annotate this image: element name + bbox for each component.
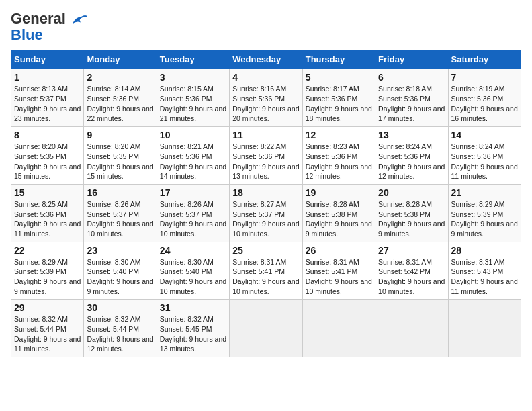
day-number: 25 <box>232 245 299 256</box>
day-info: Sunrise: 8:13 AMSunset: 5:37 PMDaylight:… <box>14 84 81 124</box>
weekday-header-cell: Tuesday <box>157 50 229 69</box>
day-number: 13 <box>378 130 445 140</box>
day-number: 10 <box>160 130 226 140</box>
logo: GeneralBlue <box>11 11 89 43</box>
calendar-day-cell: 20 Sunrise: 8:28 AMSunset: 5:38 PMDaylig… <box>375 184 448 242</box>
day-number: 16 <box>87 187 153 198</box>
day-number: 7 <box>451 72 518 83</box>
calendar-day-cell: 13 Sunrise: 8:24 AMSunset: 5:36 PMDaylig… <box>375 127 448 185</box>
calendar-day-cell: 9 Sunrise: 8:20 AMSunset: 5:35 PMDayligh… <box>84 127 157 185</box>
calendar-day-cell: 1 Sunrise: 8:13 AMSunset: 5:37 PMDayligh… <box>11 69 84 127</box>
day-number: 21 <box>451 187 518 198</box>
day-info: Sunrise: 8:20 AMSunset: 5:35 PMDaylight:… <box>14 142 81 181</box>
day-info: Sunrise: 8:17 AMSunset: 5:36 PMDaylight:… <box>306 84 372 124</box>
calendar-table: SundayMondayTuesdayWednesdayThursdayFrid… <box>11 50 521 357</box>
day-number: 22 <box>14 245 81 256</box>
day-info: Sunrise: 8:14 AMSunset: 5:36 PMDaylight:… <box>87 84 153 124</box>
calendar-day-cell: 7 Sunrise: 8:19 AMSunset: 5:36 PMDayligh… <box>448 69 521 127</box>
calendar-day-cell: 28 Sunrise: 8:31 AMSunset: 5:43 PMDaylig… <box>448 242 521 300</box>
calendar-day-cell: 14 Sunrise: 8:24 AMSunset: 5:36 PMDaylig… <box>448 127 521 185</box>
calendar-day-cell: 24 Sunrise: 8:30 AMSunset: 5:40 PMDaylig… <box>157 242 229 300</box>
weekday-header-cell: Thursday <box>302 50 375 69</box>
logo-bird-icon <box>67 10 89 32</box>
day-number: 19 <box>306 187 372 198</box>
weekday-header-cell: Sunday <box>11 50 84 69</box>
weekday-header-cell: Friday <box>375 50 448 69</box>
day-number: 31 <box>160 302 226 313</box>
day-info: Sunrise: 8:26 AMSunset: 5:37 PMDaylight:… <box>160 199 226 239</box>
day-info: Sunrise: 8:21 AMSunset: 5:36 PMDaylight:… <box>160 142 226 181</box>
day-info: Sunrise: 8:32 AMSunset: 5:44 PMDaylight:… <box>14 314 81 354</box>
day-number: 8 <box>14 130 81 140</box>
calendar-week-row: 29 Sunrise: 8:32 AMSunset: 5:44 PMDaylig… <box>11 300 521 357</box>
day-number: 6 <box>378 72 445 83</box>
weekday-header-cell: Wednesday <box>230 50 302 69</box>
day-number: 12 <box>306 130 372 140</box>
calendar-day-cell: 6 Sunrise: 8:18 AMSunset: 5:36 PMDayligh… <box>375 69 448 127</box>
day-info: Sunrise: 8:23 AMSunset: 5:36 PMDaylight:… <box>306 142 372 181</box>
day-number: 30 <box>87 302 153 313</box>
calendar-day-cell: 15 Sunrise: 8:25 AMSunset: 5:36 PMDaylig… <box>11 184 84 242</box>
day-info: Sunrise: 8:24 AMSunset: 5:36 PMDaylight:… <box>451 142 518 181</box>
day-number: 15 <box>14 187 81 198</box>
day-number: 27 <box>378 245 445 256</box>
logo-text: GeneralBlue <box>11 11 66 43</box>
calendar-day-cell: 29 Sunrise: 8:32 AMSunset: 5:44 PMDaylig… <box>11 300 84 357</box>
day-info: Sunrise: 8:30 AMSunset: 5:40 PMDaylight:… <box>160 257 226 297</box>
calendar-body: 1 Sunrise: 8:13 AMSunset: 5:37 PMDayligh… <box>11 69 521 357</box>
day-number: 3 <box>160 72 226 83</box>
day-info: Sunrise: 8:16 AMSunset: 5:36 PMDaylight:… <box>232 84 299 124</box>
day-number: 20 <box>378 187 445 198</box>
day-info: Sunrise: 8:31 AMSunset: 5:41 PMDaylight:… <box>306 257 372 297</box>
weekday-header-cell: Saturday <box>448 50 521 69</box>
day-info: Sunrise: 8:19 AMSunset: 5:36 PMDaylight:… <box>451 84 518 124</box>
day-number: 5 <box>306 72 372 83</box>
day-number: 29 <box>14 302 81 313</box>
day-number: 26 <box>306 245 372 256</box>
calendar-day-cell: 23 Sunrise: 8:30 AMSunset: 5:40 PMDaylig… <box>84 242 157 300</box>
day-info: Sunrise: 8:28 AMSunset: 5:38 PMDaylight:… <box>306 199 372 239</box>
day-info: Sunrise: 8:20 AMSunset: 5:35 PMDaylight:… <box>87 142 153 181</box>
calendar-day-cell: 21 Sunrise: 8:29 AMSunset: 5:39 PMDaylig… <box>448 184 521 242</box>
day-info: Sunrise: 8:15 AMSunset: 5:36 PMDaylight:… <box>160 84 226 124</box>
calendar-day-cell <box>230 300 302 357</box>
calendar-week-row: 15 Sunrise: 8:25 AMSunset: 5:36 PMDaylig… <box>11 184 521 242</box>
calendar-day-cell <box>448 300 521 357</box>
weekday-header-cell: Monday <box>84 50 157 69</box>
day-number: 23 <box>87 245 153 256</box>
calendar-day-cell <box>375 300 448 357</box>
day-number: 24 <box>160 245 226 256</box>
calendar-day-cell: 10 Sunrise: 8:21 AMSunset: 5:36 PMDaylig… <box>157 127 229 185</box>
calendar-day-cell: 31 Sunrise: 8:32 AMSunset: 5:45 PMDaylig… <box>157 300 229 357</box>
day-info: Sunrise: 8:32 AMSunset: 5:45 PMDaylight:… <box>160 314 226 354</box>
day-info: Sunrise: 8:30 AMSunset: 5:40 PMDaylight:… <box>87 257 153 297</box>
day-number: 2 <box>87 72 153 83</box>
calendar-week-row: 22 Sunrise: 8:29 AMSunset: 5:39 PMDaylig… <box>11 242 521 300</box>
calendar-week-row: 8 Sunrise: 8:20 AMSunset: 5:35 PMDayligh… <box>11 127 521 185</box>
day-info: Sunrise: 8:29 AMSunset: 5:39 PMDaylight:… <box>451 199 518 239</box>
calendar-week-row: 1 Sunrise: 8:13 AMSunset: 5:37 PMDayligh… <box>11 69 521 127</box>
day-number: 4 <box>232 72 299 83</box>
calendar-day-cell: 27 Sunrise: 8:31 AMSunset: 5:42 PMDaylig… <box>375 242 448 300</box>
day-info: Sunrise: 8:18 AMSunset: 5:36 PMDaylight:… <box>378 84 445 124</box>
day-info: Sunrise: 8:22 AMSunset: 5:36 PMDaylight:… <box>232 142 299 181</box>
day-info: Sunrise: 8:31 AMSunset: 5:42 PMDaylight:… <box>378 257 445 297</box>
weekday-header-row: SundayMondayTuesdayWednesdayThursdayFrid… <box>11 50 521 69</box>
page-header: GeneralBlue <box>11 11 521 43</box>
calendar-day-cell: 3 Sunrise: 8:15 AMSunset: 5:36 PMDayligh… <box>157 69 229 127</box>
day-number: 18 <box>232 187 299 198</box>
day-number: 17 <box>160 187 226 198</box>
day-info: Sunrise: 8:27 AMSunset: 5:37 PMDaylight:… <box>232 199 299 239</box>
day-info: Sunrise: 8:25 AMSunset: 5:36 PMDaylight:… <box>14 199 81 239</box>
calendar-day-cell: 26 Sunrise: 8:31 AMSunset: 5:41 PMDaylig… <box>302 242 375 300</box>
calendar-day-cell: 4 Sunrise: 8:16 AMSunset: 5:36 PMDayligh… <box>230 69 302 127</box>
day-number: 1 <box>14 72 81 83</box>
calendar-day-cell: 22 Sunrise: 8:29 AMSunset: 5:39 PMDaylig… <box>11 242 84 300</box>
calendar-day-cell: 30 Sunrise: 8:32 AMSunset: 5:44 PMDaylig… <box>84 300 157 357</box>
day-number: 11 <box>232 130 299 140</box>
calendar-day-cell: 2 Sunrise: 8:14 AMSunset: 5:36 PMDayligh… <box>84 69 157 127</box>
calendar-day-cell: 11 Sunrise: 8:22 AMSunset: 5:36 PMDaylig… <box>230 127 302 185</box>
day-info: Sunrise: 8:28 AMSunset: 5:38 PMDaylight:… <box>378 199 445 239</box>
calendar-day-cell: 8 Sunrise: 8:20 AMSunset: 5:35 PMDayligh… <box>11 127 84 185</box>
calendar-day-cell: 17 Sunrise: 8:26 AMSunset: 5:37 PMDaylig… <box>157 184 229 242</box>
